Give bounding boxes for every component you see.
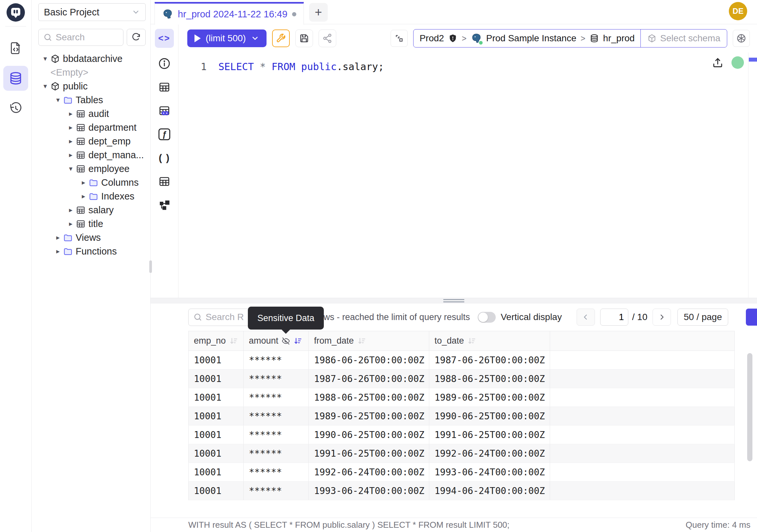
functions-button[interactable]: ƒ xyxy=(159,128,170,141)
chevron-right-icon xyxy=(657,313,666,321)
page-size-select[interactable]: 50 / page xyxy=(678,309,728,326)
database-icon xyxy=(590,34,599,43)
caret-right-icon[interactable]: ▸ xyxy=(78,192,89,200)
bytebase-logo[interactable] xyxy=(7,3,25,22)
ai-assistant-button[interactable] xyxy=(733,30,750,47)
column-label: from_date xyxy=(314,336,354,346)
tables-button[interactable] xyxy=(159,80,170,94)
info-button[interactable] xyxy=(158,57,170,70)
run-query-button[interactable]: (limit 500) xyxy=(187,29,266,47)
folder-icon xyxy=(63,247,73,256)
format-sql-button[interactable] xyxy=(272,29,290,47)
schema-cube-icon xyxy=(647,34,656,43)
batch-query-button[interactable] xyxy=(391,30,408,47)
tree-item-dept-mana[interactable]: ▸dept_mana... xyxy=(38,148,146,162)
export-button-partial[interactable] xyxy=(746,309,757,326)
caret-right-icon[interactable]: ▸ xyxy=(78,178,89,186)
caret-down-icon[interactable]: ▾ xyxy=(66,165,76,172)
rail-item-history[interactable] xyxy=(3,96,28,121)
caret-right-icon[interactable]: ▸ xyxy=(66,206,76,214)
cell-to_date: 1990-06-25T00:00:00Z xyxy=(429,407,550,425)
sidebar-search[interactable] xyxy=(38,29,123,46)
code-token-schema: public xyxy=(295,61,337,73)
procedures-button[interactable]: ( ) xyxy=(159,151,170,165)
prev-page-button[interactable] xyxy=(577,309,595,326)
cell-to_date: 1989-06-25T00:00:00Z xyxy=(429,388,550,407)
vertical-display-toggle[interactable] xyxy=(478,312,496,323)
caret-down-icon[interactable]: ▾ xyxy=(40,55,50,63)
tree-item-indexes[interactable]: ▸Indexes xyxy=(38,189,146,203)
sidebar-search-input[interactable] xyxy=(56,32,118,43)
breadcrumb-separator: > xyxy=(581,34,586,43)
new-tab-button[interactable]: + xyxy=(309,3,328,22)
caret-right-icon[interactable]: ▸ xyxy=(53,247,63,255)
tree-item-label: bbdataarchive xyxy=(63,53,122,64)
tree-item-salary[interactable]: ▸salary xyxy=(38,203,146,217)
vertical-display-label: Vertical display xyxy=(500,312,562,322)
column-header-from_date[interactable]: from_date xyxy=(309,331,429,351)
tree-item-tables[interactable]: ▾Tables xyxy=(38,93,146,107)
external-tables-button[interactable] xyxy=(159,104,170,117)
page-number-input[interactable] xyxy=(600,309,628,326)
save-button[interactable] xyxy=(295,29,313,47)
schema-selector[interactable]: Select schema xyxy=(640,29,727,47)
shield-icon xyxy=(448,34,457,43)
tree-item-employee[interactable]: ▾employee xyxy=(38,162,146,175)
sidebar-resize-handle[interactable] xyxy=(149,261,152,273)
tree-item-columns[interactable]: ▸Columns xyxy=(38,175,146,189)
column-header-amount[interactable]: amount xyxy=(244,331,309,351)
results-scrollbar[interactable] xyxy=(747,353,752,461)
project-selector[interactable]: Basic Project xyxy=(38,3,146,21)
upload-icon[interactable] xyxy=(712,57,724,69)
panel-splitter[interactable] xyxy=(151,298,757,303)
sort-icon[interactable] xyxy=(229,336,238,346)
code-token-keyword: FROM xyxy=(272,61,295,73)
tree-item-title[interactable]: ▸title xyxy=(38,217,146,231)
caret-right-icon[interactable]: ▸ xyxy=(66,110,76,118)
sensitive-data-tooltip: Sensitive Data xyxy=(248,307,324,329)
caret-down-icon[interactable]: ▾ xyxy=(40,82,50,90)
sort-icon[interactable] xyxy=(293,336,303,346)
tree-item-dept-emp[interactable]: ▸dept_emp xyxy=(38,134,146,148)
temp-tables-button[interactable] xyxy=(159,175,170,188)
rail-item-databases[interactable] xyxy=(3,66,28,91)
chevron-down-icon xyxy=(251,34,259,43)
sort-icon[interactable] xyxy=(357,336,366,346)
column-header-to_date[interactable]: to_date xyxy=(429,331,550,351)
tree-item-functions[interactable]: ▸Functions xyxy=(38,244,146,258)
editor-actions xyxy=(712,56,744,69)
tab-hr-prod[interactable]: hr_prod 2024-11-22 16:49 xyxy=(155,2,304,24)
toggle-knob xyxy=(478,313,488,322)
caret-down-icon[interactable]: ▾ xyxy=(53,96,63,104)
cell-empty xyxy=(550,444,735,463)
column-header-emp_no[interactable]: emp_no xyxy=(189,331,244,351)
function-icon: ƒ xyxy=(159,128,170,140)
tree-item-label: dept_mana... xyxy=(88,150,144,161)
refresh-button[interactable] xyxy=(127,29,146,46)
caret-right-icon[interactable]: ▸ xyxy=(66,137,76,145)
cell-from_date: 1992-06-24T00:00:00Z xyxy=(309,463,429,482)
tree-item-views[interactable]: ▸Views xyxy=(38,231,146,244)
editor-overview-ruler[interactable] xyxy=(748,52,757,298)
next-page-button[interactable] xyxy=(652,309,671,326)
sort-icon[interactable] xyxy=(467,336,476,346)
code-panel-toggle[interactable]: <> xyxy=(155,29,174,48)
tree-item-audit[interactable]: ▸audit xyxy=(38,107,146,121)
rail-item-worksheets[interactable] xyxy=(3,36,28,61)
tree-item-bbdataarchive[interactable]: ▾bbdataarchive xyxy=(38,52,146,66)
caret-right-icon[interactable]: ▸ xyxy=(66,220,76,228)
schema-diagram-button[interactable] xyxy=(159,199,170,212)
folder-icon xyxy=(89,178,98,187)
caret-right-icon[interactable]: ▸ xyxy=(53,234,63,241)
connection-selector[interactable]: Prod2 > Prod Sample Instance > hr_prod xyxy=(413,29,640,47)
share-button[interactable] xyxy=(318,29,336,47)
tree-item-empty[interactable]: <Empty> xyxy=(38,66,146,79)
wrench-icon xyxy=(276,33,286,44)
caret-right-icon[interactable]: ▸ xyxy=(66,123,76,131)
sql-editor[interactable]: 1 SELECT * FROM public.salary; xyxy=(178,52,757,298)
caret-right-icon[interactable]: ▸ xyxy=(66,151,76,159)
code-line: 1 SELECT * FROM public.salary; xyxy=(178,61,757,73)
tree-item-public[interactable]: ▾public xyxy=(38,79,146,93)
avatar[interactable]: DE xyxy=(729,2,747,20)
tree-item-department[interactable]: ▸department xyxy=(38,121,146,134)
